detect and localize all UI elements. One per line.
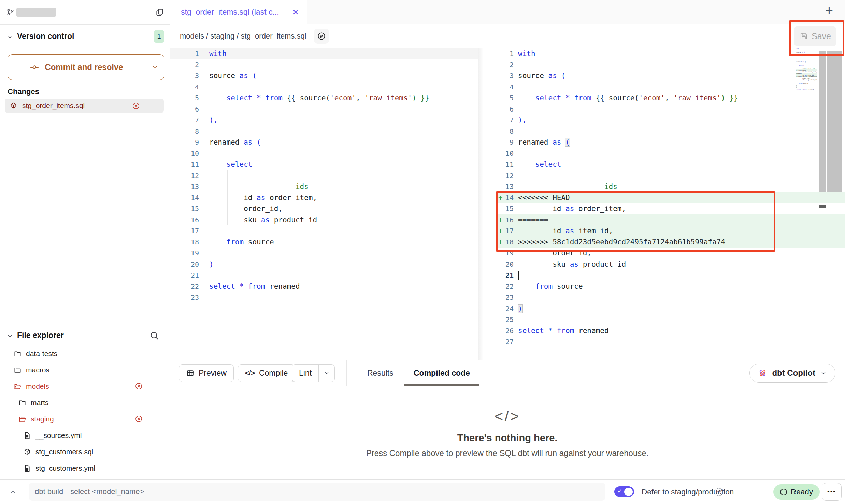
commit-and-resolve-button[interactable]: Commit and resolve: [8, 54, 164, 80]
deleted-change-icon[interactable]: [132, 102, 140, 110]
diff-added-marker: +: [497, 194, 503, 202]
deleted-change-icon[interactable]: [135, 382, 143, 390]
code-line[interactable]: 26select * from renamed: [497, 325, 845, 337]
code-line[interactable]: 14 id as order_item,: [170, 192, 478, 204]
code-line[interactable]: 10: [170, 148, 478, 159]
code-line[interactable]: 13 ---------- ids: [170, 181, 478, 192]
code-line[interactable]: 23: [497, 292, 845, 303]
code-line[interactable]: 19 order_id,: [497, 248, 845, 259]
code-line[interactable]: +17 id as item_id,: [497, 225, 845, 237]
code-line[interactable]: 20): [170, 259, 478, 270]
code-line[interactable]: 23: [170, 292, 478, 303]
code-line[interactable]: 15 order_id,: [170, 203, 478, 214]
code-line[interactable]: 15 id as order_item,: [497, 203, 845, 214]
code-line[interactable]: 6: [170, 104, 478, 115]
line-number: 22: [503, 282, 514, 291]
code-line[interactable]: 25: [497, 314, 845, 325]
file-item[interactable]: models: [0, 378, 170, 395]
file-item[interactable]: macros: [0, 362, 170, 378]
code-line[interactable]: 18 from source: [170, 237, 478, 248]
code-line[interactable]: 12: [170, 170, 478, 181]
code-line[interactable]: 8: [170, 126, 478, 137]
code-line[interactable]: 1with: [170, 48, 478, 59]
save-button[interactable]: Save: [794, 26, 836, 46]
copy-files-icon[interactable]: [155, 8, 164, 17]
chevron-down-icon[interactable]: [6, 33, 14, 41]
version-control-title[interactable]: Version control: [17, 32, 74, 41]
code-line[interactable]: 21: [497, 270, 845, 281]
code-line[interactable]: 9renamed as (: [170, 137, 478, 148]
code-line[interactable]: 9renamed as (: [497, 137, 845, 148]
dbt-copilot-button[interactable]: dbt Copilot: [749, 364, 835, 383]
code-line[interactable]: 2: [170, 59, 478, 71]
file-item[interactable]: data-tests: [0, 345, 170, 362]
tab-results[interactable]: Results: [367, 360, 393, 386]
diff-editor[interactable]: 1with23source as (45 select * from {{ so…: [170, 48, 845, 360]
code-line[interactable]: 5 select * from {{ source('ecom', 'raw_i…: [497, 92, 845, 104]
code-line[interactable]: 10: [497, 148, 845, 159]
code-line[interactable]: 5 select * from {{ source('ecom', 'raw_i…: [170, 92, 478, 104]
code-line[interactable]: 24): [497, 303, 845, 314]
code-line[interactable]: 7),: [497, 115, 845, 126]
editor-pane-original[interactable]: 1with23source as (45 select * from {{ so…: [170, 48, 478, 303]
compile-button[interactable]: </> Compile: [238, 364, 295, 382]
minimap[interactable]: withsource as ( select * from {{ source(…: [796, 48, 817, 96]
code-line[interactable]: 11 select: [170, 159, 478, 170]
deleted-change-icon[interactable]: [135, 415, 143, 423]
file-item[interactable]: stg_customers.sql: [0, 444, 170, 460]
lint-label[interactable]: Lint: [292, 365, 318, 382]
code-line[interactable]: +18>>>>>>> 58c1dd23d5eebd9cd2495fa7124ab…: [497, 237, 845, 248]
changed-file-row[interactable]: stg_order_items.sql: [5, 99, 164, 113]
chevron-up-icon[interactable]: [9, 488, 17, 496]
close-tab-icon[interactable]: ✕: [292, 8, 299, 17]
tab-stg-order-items[interactable]: stg_order_items.sql (last c... ✕: [170, 0, 307, 24]
new-tab-button[interactable]: +: [825, 3, 833, 17]
code-line[interactable]: 2: [497, 59, 845, 71]
code-line[interactable]: 3source as (: [170, 70, 478, 81]
code-line[interactable]: 22 from source: [497, 281, 845, 292]
code-line[interactable]: 16 sku as product_id: [170, 214, 478, 226]
code-line[interactable]: 21: [170, 270, 478, 281]
lint-split-button[interactable]: Lint: [292, 364, 335, 382]
code-line[interactable]: 11 select: [497, 159, 845, 170]
file-item[interactable]: stg_customers.yml: [0, 460, 170, 476]
chevron-down-icon[interactable]: [6, 332, 14, 340]
more-options-button[interactable]: •••: [822, 483, 842, 501]
tab-compiled-code[interactable]: Compiled code: [414, 360, 470, 386]
help-icon[interactable]: ?: [715, 488, 723, 496]
diff-added-marker: +: [497, 216, 503, 224]
lineage-button[interactable]: [314, 29, 329, 44]
line-number: 2: [170, 61, 205, 69]
code-line[interactable]: 4: [170, 81, 478, 93]
status-badge[interactable]: Ready: [773, 484, 820, 500]
code-line[interactable]: 6: [497, 104, 845, 115]
code-line[interactable]: 13 ---------- ids: [497, 181, 845, 192]
code-line[interactable]: 20 sku as product_id: [497, 259, 845, 270]
code-line[interactable]: 7),: [170, 115, 478, 126]
defer-toggle[interactable]: ✓: [614, 486, 634, 497]
code-line[interactable]: 12: [497, 170, 845, 181]
search-icon[interactable]: [149, 330, 159, 341]
code-line[interactable]: 1with: [497, 48, 845, 59]
file-item[interactable]: marts: [0, 395, 170, 411]
code-line[interactable]: +16=======: [497, 214, 845, 226]
code-line[interactable]: 27: [497, 336, 845, 347]
code-line[interactable]: 22select * from renamed: [170, 281, 478, 292]
code-line[interactable]: 19: [170, 248, 478, 259]
line-number: 26: [503, 327, 514, 335]
file-explorer-title[interactable]: File explorer: [17, 331, 64, 340]
preview-button[interactable]: Preview: [179, 364, 234, 382]
editor-pane-modified[interactable]: 1with23source as (45 select * from {{ so…: [497, 48, 845, 347]
code-line[interactable]: 4: [497, 81, 845, 93]
lint-options-dropdown[interactable]: [318, 365, 334, 382]
command-input[interactable]: dbt build --select <model_name>: [29, 483, 605, 501]
git-branch-icon[interactable]: [6, 8, 15, 16]
file-item[interactable]: staging: [0, 411, 170, 427]
file-item[interactable]: __sources.yml: [0, 427, 170, 444]
code-line[interactable]: 8: [497, 126, 845, 137]
code-line[interactable]: 17: [170, 225, 478, 237]
commit-options-dropdown[interactable]: [145, 55, 164, 80]
pane-divider[interactable]: [478, 48, 484, 360]
code-line[interactable]: 3source as (: [497, 70, 845, 81]
code-line[interactable]: +14<<<<<<< HEAD: [497, 192, 845, 204]
